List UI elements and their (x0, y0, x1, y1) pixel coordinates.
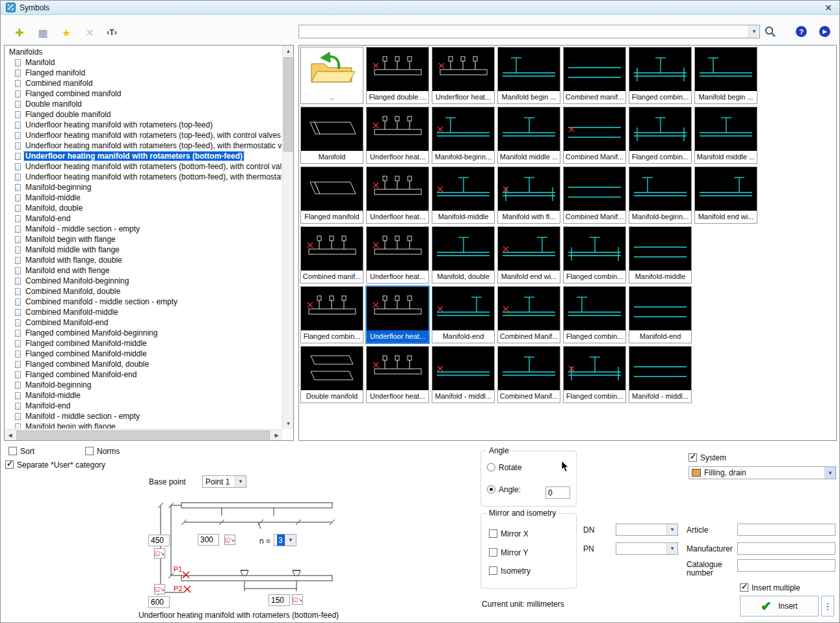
symbol-cell[interactable]: Combined Manif... (497, 346, 560, 403)
symbol-cell[interactable]: Manifold-beginn... (629, 166, 692, 224)
symbol-cell[interactable]: Flanged double ... (366, 47, 429, 104)
tree-item[interactable]: Flanged combined Manifold-end (5, 369, 282, 380)
angle-input[interactable] (545, 486, 570, 499)
symbol-cell[interactable]: Manifold begin ... (694, 47, 757, 104)
symbol-cell[interactable]: Manifold middle ... (497, 107, 560, 164)
chevron-down-icon[interactable]: ▼ (235, 476, 246, 487)
symbol-cell[interactable]: Manifold with fl... (497, 166, 560, 224)
symbol-cell[interactable]: Manifold, double (432, 226, 495, 284)
symbol-cell[interactable]: Underfloor heat... (366, 166, 429, 224)
tree-item[interactable]: Manifold-middle (5, 192, 282, 203)
chevron-down-icon[interactable]: ▼ (748, 25, 759, 38)
tree-item[interactable]: Manifold-beginning (5, 380, 282, 390)
help-button[interactable]: ? (796, 26, 807, 37)
tree-item[interactable]: Flanged combined Manifold-middle (5, 349, 282, 359)
separate-user-checkbox[interactable] (5, 460, 14, 469)
isometry-checkbox[interactable] (489, 566, 497, 575)
scroll-right-icon[interactable]: ▶ (271, 430, 282, 441)
symbol-cell[interactable]: Flanged combin... (629, 107, 692, 164)
symbol-cell[interactable]: Manifold-beginn... (432, 107, 495, 164)
symbol-cell[interactable]: Manifold - middl... (629, 346, 692, 403)
tree-item[interactable]: Combined Manifold, double (5, 286, 282, 297)
tree-item[interactable]: Combined Manifold-middle (5, 307, 282, 317)
chevron-down-icon[interactable]: ▼ (666, 524, 677, 535)
run-button[interactable]: ▶ (819, 26, 830, 37)
symbol-cell[interactable]: Manifold-end (629, 286, 692, 343)
vscroll-thumb[interactable] (283, 57, 293, 152)
symbol-cell[interactable]: Manifold (300, 107, 363, 164)
norms-checkbox[interactable] (85, 447, 94, 455)
symbol-cell[interactable]: Flanged combin... (300, 286, 363, 343)
tree-item[interactable]: Flanged double manifold (5, 109, 282, 120)
search-icon[interactable] (764, 25, 777, 38)
tree-item[interactable]: Manifold-end (5, 213, 282, 224)
symbol-cell[interactable]: Combined Manif... (563, 166, 626, 224)
tree-item[interactable]: Combined Manifold-beginning (5, 276, 282, 286)
tree-horizontal-scrollbar[interactable]: ◀ ▶ (5, 429, 282, 440)
symbol-cell[interactable]: Combined Manif... (563, 107, 626, 164)
scroll-down-icon[interactable]: ▼ (283, 418, 294, 429)
symbol-cell[interactable]: Manifold end wi... (497, 226, 560, 284)
insert-multiple-checkbox[interactable] (740, 583, 748, 592)
delete-symbol-button[interactable]: ✕ (81, 24, 98, 41)
tree-item[interactable]: Underfloor heating manifold with rotamet… (5, 172, 282, 182)
chevron-down-icon[interactable]: ▼ (824, 467, 835, 479)
symbol-cell[interactable]: Underfloor heat... (366, 286, 429, 343)
pick-point-button[interactable]: ◱↘ (292, 594, 303, 605)
symbol-cell[interactable]: Combined manif... (563, 47, 626, 104)
manufacturer-input[interactable] (737, 542, 835, 555)
tree-item[interactable]: Flanged combined Manifold-middle (5, 338, 282, 349)
pick-point-button[interactable]: ◱↘ (154, 584, 165, 594)
symbol-cell[interactable]: Flanged combin... (563, 226, 626, 284)
tree-item[interactable]: Flanged combined Manifold, double (5, 359, 282, 369)
add-symbol-button[interactable]: ✚ (11, 24, 28, 41)
tree-item[interactable]: Manifold middle with flange (5, 245, 282, 255)
tree-item[interactable]: Flanged combined Manifold-beginning (5, 328, 282, 338)
symbol-cell[interactable]: Manifold end wi... (694, 166, 757, 224)
tree-item[interactable]: Manifold - middle section - empty (5, 411, 282, 421)
base-point-select[interactable]: Point 1 ▼ (202, 475, 246, 488)
article-input[interactable] (737, 524, 835, 536)
symbol-cell[interactable]: Underfloor heat... (366, 107, 429, 164)
favorites-button[interactable]: ★ (58, 24, 75, 41)
symbol-cell[interactable]: Manifold-middle (629, 226, 692, 284)
parent-folder-cell[interactable]: .. (300, 47, 363, 104)
scroll-left-icon[interactable]: ◀ (5, 430, 16, 441)
text-symbols-button[interactable]: ‹T› (103, 24, 120, 41)
pn-select[interactable]: ▼ (616, 542, 678, 555)
search-combobox[interactable]: ▼ (298, 25, 760, 38)
symbol-cell[interactable]: Underfloor heat... (432, 47, 495, 104)
dim-600-input[interactable] (148, 596, 170, 608)
tree-item[interactable]: Manifold - middle section - empty (5, 224, 282, 234)
tree-item[interactable]: Underfloor heating manifold with rotamet… (5, 130, 282, 140)
tree-item[interactable]: Double manifold (5, 99, 282, 109)
mirror-x-checkbox[interactable] (489, 529, 497, 538)
scroll-up-icon[interactable]: ▲ (283, 46, 294, 57)
symbol-cell[interactable]: Manifold begin ... (497, 47, 560, 104)
tree-vertical-scrollbar[interactable]: ▲ ▼ (282, 46, 293, 429)
dim-150-input[interactable] (269, 594, 290, 606)
symbol-cell[interactable]: Double manifold (300, 346, 363, 403)
symbol-cell[interactable]: Flanged combin... (629, 47, 692, 104)
system-select[interactable]: Filling, drain ▼ (689, 466, 836, 479)
pick-point-button[interactable]: ◱↘ (154, 548, 165, 559)
tree-item[interactable]: Flanged manifold (5, 68, 282, 78)
tree-item[interactable]: Manifold-beginning (5, 182, 282, 192)
symbol-cell[interactable]: Combined Manif... (497, 286, 560, 343)
symbol-cell[interactable]: Combined manif... (300, 226, 363, 284)
dim-300-input[interactable] (198, 534, 219, 546)
pick-point-button[interactable]: ◱↘ (224, 535, 235, 545)
tree-item[interactable]: Flanged combined manifold (5, 88, 282, 99)
close-button[interactable]: ✕ (822, 2, 834, 14)
insert-button[interactable]: ✔ Insert (740, 596, 819, 616)
n-select[interactable]: 3 ▼ (274, 534, 296, 546)
dn-select[interactable]: ▼ (616, 524, 678, 536)
rotate-radio[interactable] (487, 463, 495, 471)
more-options-button[interactable]: ⋮ (821, 596, 834, 616)
symbol-cell[interactable]: Flanged combin... (563, 286, 626, 343)
dim-450-input[interactable] (148, 535, 170, 546)
symbol-cell[interactable]: Underfloor heat... (366, 226, 429, 284)
tree-item[interactable]: Underfloor heating manifold with rotamet… (5, 151, 282, 161)
symbol-cell[interactable]: Manifold - middl... (432, 346, 495, 403)
symbol-cell[interactable]: Manifold-middle (432, 166, 495, 224)
